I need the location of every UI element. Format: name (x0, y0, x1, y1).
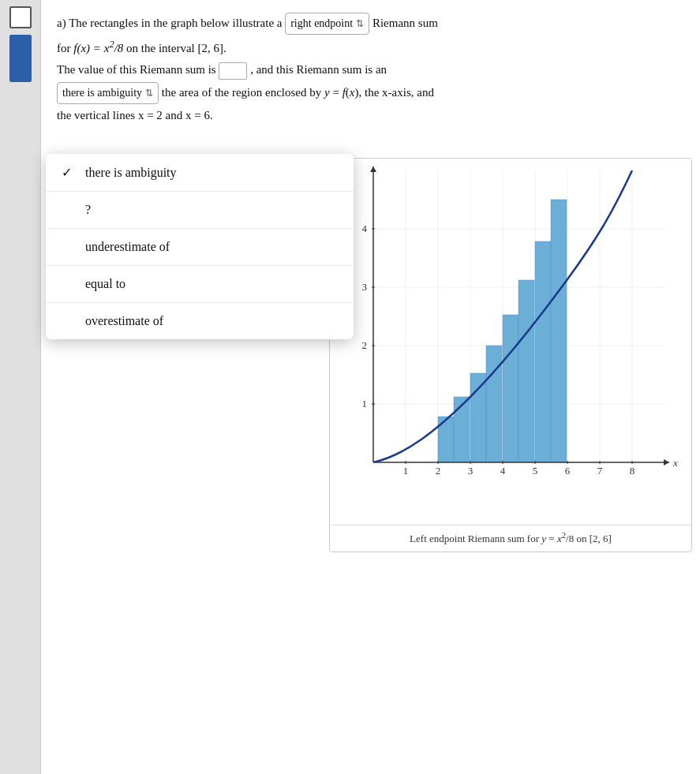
vertical-lines-text: the vertical lines x = 2 and x = 6. (57, 109, 213, 122)
dropdown-item-question-label: ? (85, 203, 91, 217)
dropdown1[interactable]: right endpoint ⇅ (285, 13, 369, 35)
main-content: a) The rectangles in the graph below ill… (41, 0, 700, 774)
riemann-value-suffix: , and this Riemann sum is an (250, 63, 387, 76)
xlabel-3: 3 (468, 465, 474, 477)
bar-4 (486, 346, 502, 462)
xlabel-5: 5 (533, 465, 538, 477)
dropdown-item-equal-label: equal to (85, 277, 125, 291)
x-label: x (672, 457, 678, 469)
graph-svg: 1 2 3 4 5 6 7 8 x 1 2 3 4 (330, 159, 692, 522)
ylabel-2: 2 (362, 339, 368, 351)
left-sidebar (0, 0, 41, 774)
dropdown-item-underestimate-label: underestimate of (85, 240, 170, 254)
function-notation: f(x) = x2/8 (73, 42, 123, 54)
graph-caption: Left endpoint Riemann sum for y = x2/8 o… (330, 525, 691, 548)
dropdown-item-overestimate-label: overestimate of (85, 314, 163, 328)
part-a-line2-prefix: for (57, 42, 73, 54)
dropdown1-value: right endpoint (290, 14, 353, 33)
bar-3 (470, 373, 486, 462)
dropdown-menu: ✓ there is ambiguity ? underestimate of … (46, 154, 354, 339)
part-a-middle: Riemann sum (372, 17, 438, 29)
question-line-1: a) The rectangles in the graph below ill… (57, 13, 684, 35)
check-icon: ✓ (62, 165, 77, 180)
bar-7 (535, 241, 551, 462)
xlabel-2: 2 (436, 465, 441, 477)
dropdown-item-ambiguity[interactable]: ✓ there is ambiguity (46, 154, 354, 192)
xlabel-8: 8 (630, 465, 635, 477)
dropdown-item-underestimate[interactable]: underestimate of (46, 229, 354, 266)
sidebar-checkbox[interactable] (9, 6, 32, 28)
question-line-3: The value of this Riemann sum is , and t… (57, 60, 684, 80)
ylabel-3: 3 (362, 281, 368, 293)
ylabel-4: 4 (362, 222, 368, 234)
bar-8 (551, 200, 567, 462)
riemann-value-input[interactable] (219, 62, 247, 80)
xlabel-7: 7 (597, 465, 603, 477)
part-a-prefix: a) The rectangles in the graph below ill… (57, 17, 282, 29)
graph-area: 1 2 3 4 5 6 7 8 x 1 2 3 4 (329, 158, 692, 552)
ylabel-1: 1 (362, 398, 368, 409)
dropdown-item-ambiguity-label: there is ambiguity (85, 166, 177, 180)
dropdown2[interactable]: there is ambiguity ⇅ (57, 82, 159, 104)
bar-5 (503, 315, 518, 462)
dropdown-item-equal[interactable]: equal to (46, 266, 354, 303)
xlabel-1: 1 (403, 465, 409, 477)
xlabel-6: 6 (565, 465, 571, 477)
interval-text: on the interval [2, 6]. (126, 42, 226, 54)
graph-container: 1 2 3 4 5 6 7 8 x 1 2 3 4 (329, 158, 692, 552)
dropdown2-chevron: ⇅ (145, 85, 153, 101)
sidebar-blue-bar (9, 35, 32, 82)
riemann-value-label: The value of this Riemann sum is (57, 63, 216, 76)
question-line-5: the vertical lines x = 2 and x = 6. (57, 106, 684, 126)
dropdown-item-question[interactable]: ? (46, 192, 354, 229)
xlabel-4: 4 (500, 465, 506, 477)
dropdown2-value: there is ambiguity (62, 84, 142, 103)
dropdown1-chevron: ⇅ (356, 16, 364, 32)
question-line-4: there is ambiguity ⇅ the area of the reg… (57, 82, 684, 104)
question-line-2: for f(x) = x2/8 on the interval [2, 6]. (57, 36, 684, 59)
area-text: the area of the region enclosed by y = f… (162, 86, 434, 99)
dropdown-item-overestimate[interactable]: overestimate of (46, 303, 354, 339)
bar-6 (518, 280, 534, 462)
page-container: a) The rectangles in the graph below ill… (0, 0, 700, 774)
